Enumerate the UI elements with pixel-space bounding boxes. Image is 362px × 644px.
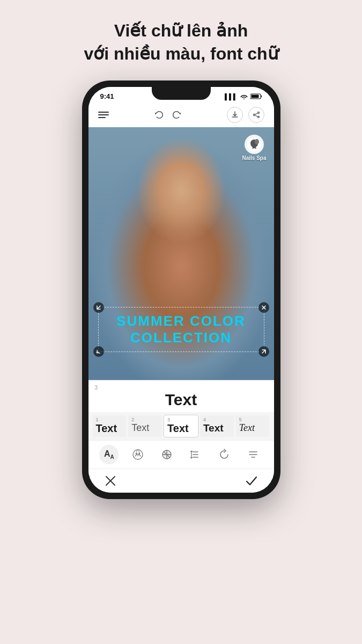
nails-spa-label: Nails Spa bbox=[242, 155, 266, 161]
font-item-3[interactable]: 3 Text bbox=[164, 415, 198, 437]
battery-icon bbox=[250, 93, 262, 99]
svg-rect-1 bbox=[251, 95, 258, 98]
font-active-text: Text bbox=[95, 391, 268, 409]
download-button[interactable] bbox=[227, 107, 243, 123]
phone-shell: 9:41 ▌▌▌ bbox=[82, 80, 280, 499]
nails-spa-icon bbox=[245, 135, 264, 154]
color-tool[interactable] bbox=[128, 445, 147, 464]
toolbar-right bbox=[227, 107, 264, 123]
wifi-icon bbox=[240, 93, 248, 99]
svg-line-5 bbox=[255, 113, 257, 114]
svg-line-6 bbox=[255, 115, 257, 116]
headline-line2: với nhiều màu, font chữ bbox=[84, 42, 278, 65]
font-num-2: 2 bbox=[131, 418, 134, 422]
signal-icon: ▌▌▌ bbox=[225, 93, 237, 100]
nails-spa-watermark: Nails Spa bbox=[242, 135, 266, 161]
font-active-num: 3 bbox=[95, 385, 268, 391]
font-num-3: 3 bbox=[167, 418, 170, 422]
opacity-tool[interactable] bbox=[157, 445, 176, 464]
headline-line1: Viết chữ lên ảnh bbox=[84, 19, 278, 42]
font-text-5: Text bbox=[239, 422, 255, 434]
rotate-icon bbox=[218, 449, 230, 460]
font-text-1: Text bbox=[96, 422, 117, 435]
opacity-icon bbox=[161, 449, 173, 460]
svg-point-3 bbox=[257, 116, 259, 118]
confirm-button[interactable] bbox=[245, 474, 258, 487]
rotate-tool[interactable] bbox=[215, 445, 234, 464]
font-text-4: Text bbox=[203, 422, 224, 434]
line-spacing-icon bbox=[189, 449, 201, 460]
undo-button[interactable] bbox=[154, 110, 164, 120]
handle-tl[interactable] bbox=[93, 302, 104, 313]
font-num-4: 4 bbox=[203, 418, 206, 422]
handle-br[interactable] bbox=[258, 346, 269, 357]
svg-point-2 bbox=[257, 112, 259, 114]
canvas-area[interactable]: Nails Spa SUMMER COLOR COLLECTION bbox=[88, 127, 274, 380]
font-list: 1 Text 2 Text 3 Text 4 Text 5 Text bbox=[88, 412, 274, 440]
font-num-1: 1 bbox=[96, 418, 99, 422]
svg-point-4 bbox=[253, 114, 255, 116]
font-item-5[interactable]: 5 Text bbox=[236, 415, 270, 437]
notch bbox=[152, 87, 211, 100]
font-panel: 3 Text 1 Text 2 Text 3 Text 4 bbox=[88, 380, 274, 440]
font-size-icon: AA bbox=[104, 449, 114, 460]
font-item-4[interactable]: 4 Text bbox=[200, 415, 234, 437]
hamburger-menu[interactable] bbox=[98, 112, 109, 118]
action-bar bbox=[88, 469, 274, 493]
handle-tr[interactable] bbox=[258, 302, 269, 313]
redo-button[interactable] bbox=[172, 110, 182, 120]
photo-background: Nails Spa SUMMER COLOR COLLECTION bbox=[88, 127, 274, 380]
align-tool[interactable] bbox=[243, 445, 263, 464]
status-icons: ▌▌▌ bbox=[225, 93, 262, 100]
toolbar bbox=[88, 103, 274, 127]
text-overlay-content: SUMMER COLOR COLLECTION bbox=[103, 313, 260, 346]
font-active-item[interactable]: 3 Text bbox=[88, 380, 274, 412]
svg-point-8 bbox=[255, 139, 259, 144]
status-time: 9:41 bbox=[100, 92, 114, 100]
toolbar-center bbox=[154, 110, 182, 120]
font-item-1[interactable]: 1 Text bbox=[93, 415, 127, 437]
cancel-button[interactable] bbox=[105, 475, 116, 487]
font-text-3: Text bbox=[167, 422, 189, 435]
align-icon bbox=[247, 449, 259, 460]
bottom-tools: AA bbox=[88, 440, 274, 469]
font-size-tool[interactable]: AA bbox=[99, 445, 119, 464]
share-button[interactable] bbox=[248, 107, 264, 123]
font-item-2[interactable]: 2 Text bbox=[128, 415, 162, 437]
handle-bl[interactable] bbox=[93, 346, 104, 357]
headline: Viết chữ lên ảnh với nhiều màu, font chữ bbox=[84, 19, 278, 65]
font-num-5: 5 bbox=[239, 418, 242, 422]
phone-inner: 9:41 ▌▌▌ bbox=[88, 87, 274, 493]
text-overlay[interactable]: SUMMER COLOR COLLECTION bbox=[98, 307, 264, 352]
line-spacing-tool[interactable] bbox=[186, 445, 205, 464]
font-text-2: Text bbox=[131, 422, 149, 434]
color-icon bbox=[132, 449, 144, 460]
